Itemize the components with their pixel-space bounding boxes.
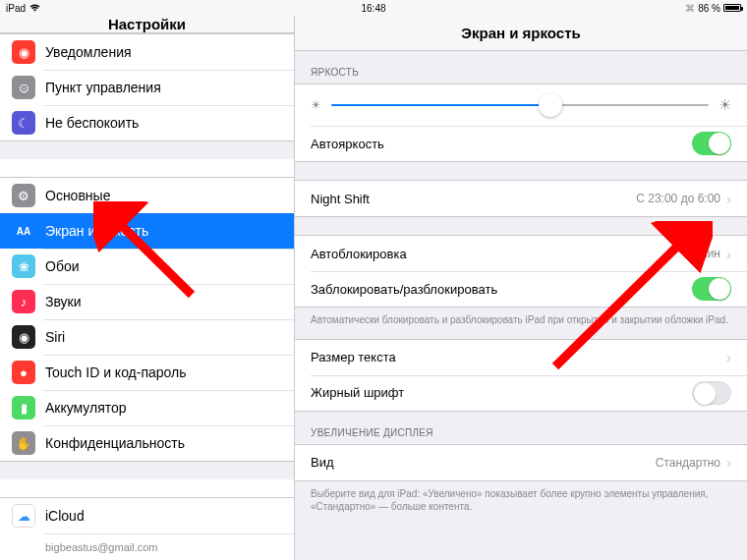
sidebar-item-siri[interactable]: ◉Siri xyxy=(0,319,294,355)
icloud-icon: ☁ xyxy=(12,504,35,528)
auto-brightness-row[interactable]: Автояркость xyxy=(295,126,747,161)
notifications-icon: ◉ xyxy=(12,40,35,64)
slider-thumb[interactable] xyxy=(539,93,562,117)
sidebar-item-touchid[interactable]: ●Touch ID и код-пароль xyxy=(0,355,294,390)
chevron-right-icon: › xyxy=(726,246,731,262)
chevron-right-icon: › xyxy=(726,454,731,471)
sidebar-item-label: Пункт управления xyxy=(45,80,161,95)
battery-percent: 86 % xyxy=(698,3,720,14)
display-icon: AA xyxy=(12,219,35,243)
battery-icon: ▮ xyxy=(12,396,35,420)
clock: 16:48 xyxy=(361,3,385,14)
sidebar-item-label: Не беспокоить xyxy=(45,115,139,131)
brightness-slider[interactable] xyxy=(331,104,709,106)
sidebar-item-label: Конфиденциальность xyxy=(45,435,185,451)
wallpaper-icon: ❀ xyxy=(12,254,35,278)
chevron-right-icon: › xyxy=(726,349,731,365)
sidebar-item-privacy[interactable]: ✋Конфиденциальность xyxy=(0,425,294,461)
sidebar-item-display[interactable]: AAЭкран и яркость xyxy=(0,213,294,249)
view-value: Стандартно xyxy=(656,456,720,470)
sidebar-item-label: Уведомления xyxy=(45,44,132,60)
sidebar-item-label: Звуки xyxy=(45,294,82,309)
sidebar-item-sounds[interactable]: ♪Звуки xyxy=(0,284,294,319)
sidebar-title: Настройки xyxy=(0,16,294,33)
sidebar-item-label: Touch ID и код-пароль xyxy=(45,364,187,380)
sidebar-item-general[interactable]: ⚙Основные xyxy=(0,178,294,213)
sidebar-item-label: Экран и яркость xyxy=(45,223,148,239)
view-row[interactable]: Вид Стандартно › xyxy=(295,445,747,480)
sun-low-icon: ☀︎ xyxy=(311,98,321,112)
sidebar-item-label: Аккумулятор xyxy=(45,400,127,416)
auto-lock-label: Автоблокировка xyxy=(311,247,407,261)
device-name: iPad xyxy=(6,3,26,14)
zoom-header: УВЕЛИЧЕНИЕ ДИСПЛЕЯ xyxy=(295,412,747,444)
sidebar-item-control-center[interactable]: ⊙Пункт управления xyxy=(0,70,294,105)
detail-title: Экран и яркость xyxy=(295,16,747,51)
sidebar-item-dnd[interactable]: ☾Не беспокоить xyxy=(0,105,294,140)
brightness-slider-row: ☀︎ ☀︎ xyxy=(295,84,747,126)
text-size-label: Размер текста xyxy=(311,350,396,364)
touchid-icon: ● xyxy=(12,361,35,384)
sounds-icon: ♪ xyxy=(12,290,35,313)
night-shift-row[interactable]: Night Shift С 23:00 до 6:00 › xyxy=(295,181,747,216)
sidebar-item-notifications[interactable]: ◉Уведомления xyxy=(0,34,294,70)
text-size-row[interactable]: Размер текста › xyxy=(295,340,747,375)
night-shift-value: С 23:00 до 6:00 xyxy=(636,192,720,205)
control-center-icon: ⊙ xyxy=(12,76,35,99)
brightness-header: ЯРКОСТЬ xyxy=(295,51,747,84)
auto-lock-value: 5 мин xyxy=(689,247,720,260)
zoom-footer: Выберите вид для iPad: «Увеличено» показ… xyxy=(295,481,747,514)
sidebar-item-wallpaper[interactable]: ❀Обои xyxy=(0,249,294,284)
sidebar-item-label: Основные xyxy=(45,188,110,203)
sun-high-icon: ☀︎ xyxy=(718,96,731,114)
detail-pane: Экран и яркость ЯРКОСТЬ ☀︎ ☀︎ Автояркост… xyxy=(295,16,747,560)
auto-brightness-switch[interactable] xyxy=(692,132,731,155)
bold-text-label: Жирный шрифт xyxy=(311,385,404,400)
dnd-icon: ☾ xyxy=(12,111,35,135)
lock-unlock-row[interactable]: Заблокировать/разблокировать xyxy=(295,271,747,307)
lock-footer: Автоматически блокировать и разблокирова… xyxy=(295,308,747,327)
auto-lock-row[interactable]: Автоблокировка 5 мин › xyxy=(295,236,747,271)
night-shift-label: Night Shift xyxy=(311,192,370,206)
view-label: Вид xyxy=(311,455,334,470)
sidebar-item-battery[interactable]: ▮Аккумулятор xyxy=(0,390,294,425)
status-bar: iPad 16:48 ⌘ 86 % xyxy=(0,0,747,16)
lock-unlock-label: Заблокировать/разблокировать xyxy=(311,282,497,297)
sidebar-item-icloud-sub: bigbeastus@gmail.com xyxy=(0,533,294,560)
sidebar-item-icloud[interactable]: ☁iCloud xyxy=(0,498,294,533)
sidebar-item-label: iCloud xyxy=(45,508,85,524)
bluetooth-icon: ⌘ xyxy=(685,3,695,14)
privacy-icon: ✋ xyxy=(12,431,35,455)
siri-icon: ◉ xyxy=(12,325,35,349)
battery-icon xyxy=(723,4,741,12)
sidebar-item-label: Siri xyxy=(45,329,65,345)
lock-unlock-switch[interactable] xyxy=(692,277,731,301)
auto-brightness-label: Автояркость xyxy=(311,137,384,151)
bold-text-row[interactable]: Жирный шрифт xyxy=(295,375,747,411)
general-icon: ⚙ xyxy=(12,184,35,207)
bold-text-switch[interactable] xyxy=(692,381,731,405)
wifi-icon xyxy=(29,3,40,14)
chevron-right-icon: › xyxy=(726,191,731,207)
sidebar-item-label: Обои xyxy=(45,258,80,274)
settings-sidebar: Настройки ◉Уведомления⊙Пункт управления☾… xyxy=(0,16,295,560)
